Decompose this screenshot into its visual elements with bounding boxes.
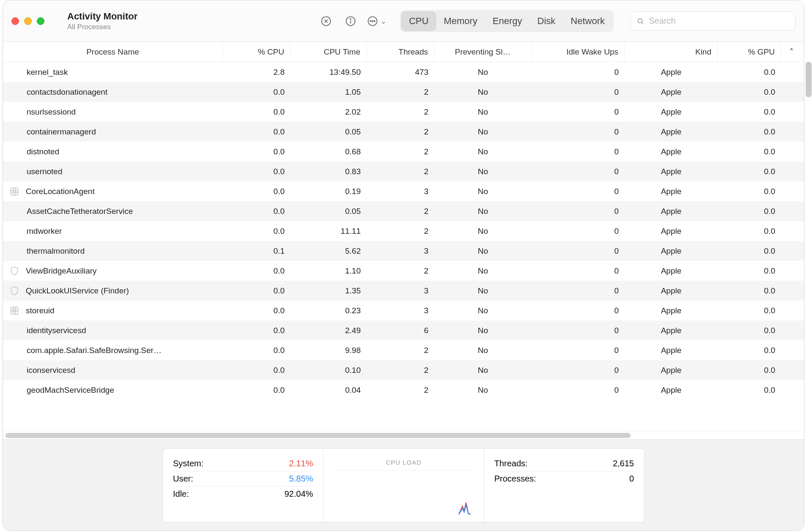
col-idle-wakeups[interactable]: Idle Wake Ups [532, 42, 625, 62]
process-name: usernoted [27, 167, 63, 176]
process-name: mdworker [27, 227, 62, 236]
table-row[interactable]: QuickLookUIService (Finder)0.01.353No0Ap… [3, 281, 804, 301]
process-name: thermalmonitord [27, 246, 85, 256]
cell-kind: Apple [625, 227, 718, 236]
info-icon [345, 15, 357, 27]
process-name: storeuid [26, 306, 55, 315]
cell-threads: 2 [367, 346, 434, 355]
table-row[interactable]: AssetCacheTetheratorService0.00.052No0Ap… [3, 201, 804, 221]
cell-threads: 2 [367, 207, 434, 216]
tab-network[interactable]: Network [563, 11, 612, 31]
search-field[interactable] [631, 11, 796, 31]
col-threads[interactable]: Threads [367, 42, 434, 62]
cell-wake: 0 [532, 187, 625, 196]
process-name: iconservicesd [27, 366, 75, 375]
cell-cpu: 0.0 [223, 107, 291, 117]
table-row[interactable]: kernel_task2.813:49.50473No0Apple0.0 [3, 62, 804, 82]
cell-threads: 2 [367, 147, 434, 156]
col-preventing-sleep[interactable]: Preventing Sl… [434, 42, 532, 62]
maximize-window-button[interactable] [37, 17, 44, 25]
cell-kind: Apple [625, 306, 718, 315]
processes-value: 0 [629, 474, 634, 484]
col-gpu-percent[interactable]: % GPU [718, 42, 781, 62]
activity-monitor-window: Activity Monitor All Processes ⌄ CPUMemo… [3, 0, 804, 531]
cell-threads: 2 [367, 366, 434, 375]
col-sort-indicator[interactable]: ˄ [781, 42, 802, 62]
processes-label: Processes: [494, 474, 536, 484]
table-row[interactable]: geodMachServiceBridge0.00.042No0Apple0.0 [3, 380, 804, 400]
cell-kind: Apple [625, 346, 718, 355]
table-row[interactable]: com.apple.Safari.SafeBrowsing.Ser…0.09.9… [3, 340, 804, 360]
cell-threads: 3 [367, 187, 434, 196]
cell-threads: 2 [367, 107, 434, 117]
cell-sleep: No [434, 207, 532, 216]
more-options-menu[interactable]: ⌄ [367, 15, 387, 27]
cell-wake: 0 [532, 127, 625, 137]
process-name: QuickLookUIService (Finder) [26, 286, 129, 296]
info-button[interactable] [342, 13, 359, 30]
cell-sleep: No [434, 266, 532, 276]
tab-energy[interactable]: Energy [485, 11, 530, 31]
shield-icon [9, 266, 20, 276]
tab-cpu[interactable]: CPU [401, 11, 436, 31]
svg-point-2 [350, 19, 351, 19]
minimize-window-button[interactable] [24, 17, 32, 25]
cell-cputime: 11.11 [291, 227, 367, 236]
vertical-scrollbar-thumb[interactable] [806, 62, 812, 97]
cell-cpu: 0.0 [223, 127, 291, 137]
stop-process-button[interactable] [318, 13, 335, 30]
cell-cpu: 0.0 [223, 266, 291, 276]
cell-kind: Apple [625, 167, 718, 176]
table-row[interactable]: iconservicesd0.00.102No0Apple0.0 [3, 360, 804, 380]
table-row[interactable]: ViewBridgeAuxiliary0.01.102No0Apple0.0 [3, 261, 804, 281]
cell-kind: Apple [625, 187, 718, 196]
cell-gpu: 0.0 [718, 127, 781, 137]
table-row[interactable]: mdworker0.011.112No0Apple0.0 [3, 221, 804, 241]
cell-wake: 0 [532, 306, 625, 315]
table-row[interactable]: usernoted0.00.832No0Apple0.0 [3, 161, 804, 181]
cell-sleep: No [434, 88, 532, 97]
idle-value: 92.04% [284, 489, 313, 499]
cell-gpu: 0.0 [718, 68, 781, 77]
search-input[interactable] [649, 16, 790, 26]
shield-icon [9, 285, 20, 296]
col-kind[interactable]: Kind [625, 42, 718, 62]
table-row[interactable]: thermalmonitord0.15.623No0Apple0.0 [3, 241, 804, 261]
cell-threads: 2 [367, 386, 434, 395]
table-row[interactable]: storeuid0.00.233No0Apple0.0 [3, 301, 804, 320]
col-cpu-percent[interactable]: % CPU [223, 42, 291, 62]
svg-point-5 [372, 20, 373, 21]
table-row[interactable]: contactsdonationagent0.01.052No0Apple0.0 [3, 82, 804, 102]
tab-memory[interactable]: Memory [436, 11, 485, 31]
cpu-summary-panel: System:2.11% User:5.85% Idle:92.04% CPU … [162, 448, 645, 523]
table-row[interactable]: containermanagerd0.00.052No0Apple0.0 [3, 122, 804, 142]
cell-cpu: 0.0 [223, 386, 291, 395]
cell-sleep: No [434, 147, 532, 156]
table-row[interactable]: nsurlsessiond0.02.022No0Apple0.0 [3, 102, 804, 122]
table-row[interactable]: identityservicesd0.02.496No0Apple0.0 [3, 320, 804, 340]
horizontal-scrollbar[interactable] [3, 431, 804, 439]
cell-cputime: 5.62 [291, 246, 367, 256]
cell-cpu: 0.0 [223, 286, 291, 296]
col-process-name[interactable]: Process Name [3, 42, 223, 62]
chevron-up-icon: ˄ [790, 47, 794, 57]
cell-cputime: 0.68 [291, 147, 367, 156]
table-row[interactable]: CoreLocationAgent0.00.193No0Apple0.0 [3, 181, 804, 201]
horizontal-scrollbar-thumb[interactable] [5, 433, 631, 438]
cpu-usage-col: System:2.11% User:5.85% Idle:92.04% [163, 449, 323, 523]
col-cpu-time[interactable]: CPU Time [291, 42, 367, 62]
cell-gpu: 0.0 [718, 207, 781, 216]
cell-gpu: 0.0 [718, 147, 781, 156]
cell-wake: 0 [532, 246, 625, 256]
cell-sleep: No [434, 167, 532, 176]
cell-sleep: No [434, 107, 532, 117]
cell-wake: 0 [532, 266, 625, 276]
table-row[interactable]: distnoted0.00.682No0Apple0.0 [3, 142, 804, 161]
tab-disk[interactable]: Disk [530, 11, 563, 31]
svg-rect-9 [11, 307, 18, 314]
close-window-button[interactable] [11, 17, 19, 25]
counts-col: Threads:2,615 Processes:0 [484, 449, 644, 523]
cell-cputime: 0.05 [291, 127, 367, 137]
process-table-body[interactable]: kernel_task2.813:49.50473No0Apple0.0cont… [3, 62, 804, 431]
cell-kind: Apple [625, 147, 718, 156]
